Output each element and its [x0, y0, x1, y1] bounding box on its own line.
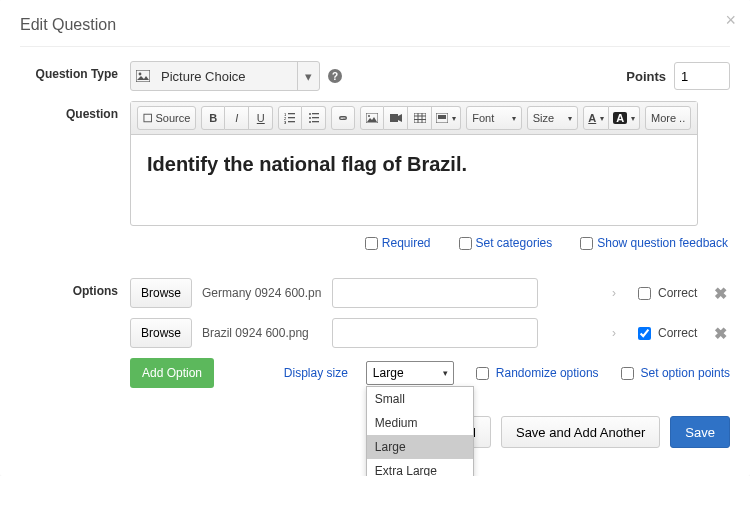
option-row: Browse Germany 0924 600.png › Correct ✖: [130, 278, 730, 308]
correct-checkbox[interactable]: Correct: [634, 324, 704, 343]
row-question-type: Question Type Picture Choice ▾ ? Points: [20, 61, 730, 91]
options-footer: Add Option Display size ▾ Small Medium L…: [130, 358, 730, 388]
randomize-checkbox[interactable]: Randomize options: [472, 364, 599, 383]
svg-point-13: [309, 121, 311, 123]
svg-text:3: 3: [284, 120, 287, 124]
link-button[interactable]: [331, 106, 355, 130]
underline-button[interactable]: U: [249, 106, 273, 130]
display-size-label: Display size: [284, 366, 348, 380]
chevron-right-icon: ›: [612, 326, 616, 340]
svg-point-16: [368, 115, 370, 117]
svg-rect-14: [312, 121, 319, 122]
svg-rect-4: [288, 113, 295, 114]
video-button[interactable]: [384, 106, 408, 130]
svg-rect-8: [288, 121, 295, 122]
svg-point-1: [139, 73, 142, 76]
rich-text-editor: Source B I U 123: [130, 101, 698, 226]
bullet-list-button[interactable]: [302, 106, 326, 130]
svg-point-9: [309, 113, 311, 115]
row-question: Question Source B I U 123: [20, 101, 730, 268]
option-filename: Brazil 0924 600.png: [202, 326, 322, 340]
option-row: Browse Brazil 0924 600.png › Correct ✖: [130, 318, 730, 348]
label-options: Options: [20, 278, 130, 298]
delete-option-icon[interactable]: ✖: [714, 284, 730, 303]
question-text[interactable]: Identify the national flag of Brazil.: [131, 135, 697, 225]
svg-rect-12: [312, 117, 319, 118]
points-input[interactable]: [674, 62, 730, 90]
display-size-option-extra-large[interactable]: Extra Large: [367, 459, 473, 476]
row-options: Options Browse Germany 0924 600.png › Co…: [20, 278, 730, 388]
italic-button[interactable]: I: [225, 106, 249, 130]
option-label-input[interactable]: [332, 318, 538, 348]
editor-toolbar: Source B I U 123: [131, 102, 697, 135]
browse-button[interactable]: Browse: [130, 318, 192, 348]
edit-question-modal: × Edit Question Question Type Picture Ch…: [0, 0, 750, 476]
svg-point-11: [309, 117, 311, 119]
svg-rect-17: [390, 114, 398, 122]
option-label-input[interactable]: [332, 278, 538, 308]
svg-rect-10: [312, 113, 319, 114]
image-button[interactable]: [360, 106, 384, 130]
font-select[interactable]: Font▾: [466, 106, 521, 130]
display-size-dropdown: Small Medium Large Extra Large: [366, 386, 474, 476]
divider: [20, 46, 730, 47]
bg-color-button[interactable]: A▾: [609, 106, 640, 130]
bold-button[interactable]: B: [201, 106, 225, 130]
modal-title: Edit Question: [20, 16, 730, 34]
save-button[interactable]: Save: [670, 416, 730, 448]
question-type-select[interactable]: Picture Choice ▾: [130, 61, 320, 91]
svg-rect-18: [414, 113, 426, 123]
chevron-down-icon: ▾: [297, 62, 319, 90]
set-option-points-checkbox[interactable]: Set option points: [617, 364, 730, 383]
more-button[interactable]: More ..: [645, 106, 691, 130]
correct-checkbox[interactable]: Correct: [634, 284, 704, 303]
display-size-option-medium[interactable]: Medium: [367, 411, 473, 435]
display-size-option-large[interactable]: Large: [367, 435, 473, 459]
svg-rect-2: [144, 114, 152, 122]
question-flags: Required Set categories Show question fe…: [130, 236, 730, 250]
required-checkbox[interactable]: Required: [365, 236, 431, 250]
picture-icon: [131, 70, 155, 82]
text-color-button[interactable]: A▾: [583, 106, 609, 130]
display-size-option-small[interactable]: Small: [367, 387, 473, 411]
label-question: Question: [20, 101, 130, 121]
embed-button[interactable]: ▾: [432, 106, 461, 130]
chevron-right-icon: ›: [612, 286, 616, 300]
info-icon[interactable]: ?: [328, 69, 342, 83]
close-icon[interactable]: ×: [725, 10, 736, 31]
label-points: Points: [626, 69, 666, 84]
svg-rect-6: [288, 117, 295, 118]
show-feedback-checkbox[interactable]: Show question feedback: [580, 236, 728, 250]
save-and-add-another-button[interactable]: Save and Add Another: [501, 416, 660, 448]
add-option-button[interactable]: Add Option: [130, 358, 214, 388]
label-question-type: Question Type: [20, 61, 130, 81]
svg-rect-24: [438, 115, 446, 119]
delete-option-icon[interactable]: ✖: [714, 324, 730, 343]
size-select[interactable]: Size▾: [527, 106, 579, 130]
set-categories-checkbox[interactable]: Set categories: [459, 236, 553, 250]
question-type-value: Picture Choice: [155, 69, 297, 84]
display-size-select[interactable]: [366, 361, 454, 385]
svg-rect-0: [136, 70, 150, 82]
source-button[interactable]: Source: [137, 106, 196, 130]
numbered-list-button[interactable]: 123: [278, 106, 302, 130]
browse-button[interactable]: Browse: [130, 278, 192, 308]
option-filename: Germany 0924 600.png: [202, 286, 322, 300]
table-button[interactable]: [408, 106, 432, 130]
